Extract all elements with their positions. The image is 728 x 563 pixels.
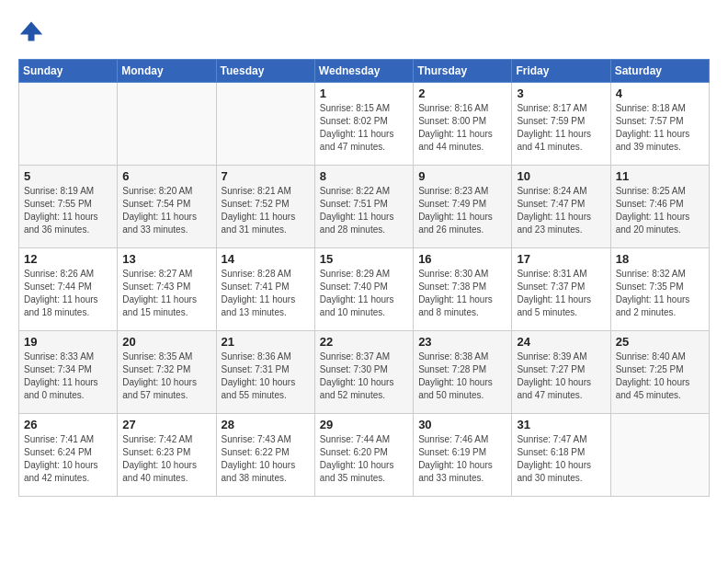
day-info: Sunrise: 8:20 AMSunset: 7:54 PMDaylight:… [122, 186, 197, 235]
day-number: 16 [418, 252, 506, 266]
calendar-cell: 4 Sunrise: 8:18 AMSunset: 7:57 PMDayligh… [610, 83, 709, 166]
day-number: 26 [24, 418, 112, 431]
calendar-cell: 8 Sunrise: 8:22 AMSunset: 7:51 PMDayligh… [314, 166, 413, 248]
calendar-cell: 7 Sunrise: 8:21 AMSunset: 7:52 PMDayligh… [216, 166, 314, 248]
day-number: 20 [122, 335, 210, 349]
day-info: Sunrise: 8:17 AMSunset: 7:59 PMDaylight:… [517, 103, 591, 152]
calendar-cell: 27 Sunrise: 7:42 AMSunset: 6:23 PMDaylig… [118, 414, 216, 497]
day-info: Sunrise: 8:23 AMSunset: 7:49 PMDaylight:… [418, 186, 493, 235]
day-info: Sunrise: 8:35 AMSunset: 7:32 PMDaylight:… [122, 351, 197, 400]
weekday-row: SundayMondayTuesdayWednesdayThursdayFrid… [19, 60, 710, 83]
calendar-cell: 24 Sunrise: 8:39 AMSunset: 7:27 PMDaylig… [512, 331, 610, 414]
day-number: 24 [517, 335, 605, 349]
calendar-header: SundayMondayTuesdayWednesdayThursdayFrid… [19, 60, 710, 83]
day-info: Sunrise: 8:26 AMSunset: 7:44 PMDaylight:… [24, 269, 98, 317]
calendar-cell: 3 Sunrise: 8:17 AMSunset: 7:59 PMDayligh… [512, 83, 610, 166]
day-info: Sunrise: 8:37 AMSunset: 7:30 PMDaylight:… [320, 351, 394, 400]
day-info: Sunrise: 7:44 AMSunset: 6:20 PMDaylight:… [320, 434, 394, 483]
day-number: 11 [616, 169, 704, 183]
day-number: 9 [418, 169, 506, 183]
calendar-cell: 10 Sunrise: 8:24 AMSunset: 7:47 PMDaylig… [512, 166, 610, 248]
page-header [18, 18, 710, 44]
calendar-cell: 30 Sunrise: 7:46 AMSunset: 6:19 PMDaylig… [414, 414, 512, 497]
day-info: Sunrise: 8:36 AMSunset: 7:31 PMDaylight:… [222, 351, 296, 400]
calendar-cell: 17 Sunrise: 8:31 AMSunset: 7:37 PMDaylig… [512, 248, 610, 331]
day-info: Sunrise: 7:41 AMSunset: 6:24 PMDaylight:… [24, 434, 98, 483]
calendar-cell: 18 Sunrise: 8:32 AMSunset: 7:35 PMDaylig… [610, 248, 709, 331]
calendar-cell: 23 Sunrise: 8:38 AMSunset: 7:28 PMDaylig… [414, 331, 512, 414]
calendar-cell: 19 Sunrise: 8:33 AMSunset: 7:34 PMDaylig… [19, 331, 118, 414]
day-info: Sunrise: 8:33 AMSunset: 7:34 PMDaylight:… [24, 351, 98, 400]
day-number: 4 [616, 86, 704, 100]
calendar-cell: 26 Sunrise: 7:41 AMSunset: 6:24 PMDaylig… [19, 414, 118, 497]
calendar-week-row: 1 Sunrise: 8:15 AMSunset: 8:02 PMDayligh… [19, 83, 710, 166]
day-info: Sunrise: 8:30 AMSunset: 7:38 PMDaylight:… [418, 269, 493, 317]
calendar-week-row: 12 Sunrise: 8:26 AMSunset: 7:44 PMDaylig… [19, 248, 710, 331]
calendar-cell [19, 83, 118, 166]
logo [18, 18, 48, 44]
day-number: 21 [222, 335, 310, 349]
day-number: 31 [517, 418, 605, 431]
day-number: 5 [24, 169, 112, 183]
day-info: Sunrise: 8:29 AMSunset: 7:40 PMDaylight:… [320, 269, 394, 317]
calendar-table: SundayMondayTuesdayWednesdayThursdayFrid… [18, 59, 710, 497]
day-info: Sunrise: 8:27 AMSunset: 7:43 PMDaylight:… [122, 269, 197, 317]
calendar-cell [118, 83, 216, 166]
day-info: Sunrise: 8:39 AMSunset: 7:27 PMDaylight:… [517, 351, 591, 400]
calendar-cell: 15 Sunrise: 8:29 AMSunset: 7:40 PMDaylig… [314, 248, 413, 331]
day-info: Sunrise: 8:24 AMSunset: 7:47 PMDaylight:… [517, 186, 591, 235]
day-number: 25 [616, 335, 704, 349]
calendar-week-row: 5 Sunrise: 8:19 AMSunset: 7:55 PMDayligh… [19, 166, 710, 248]
day-number: 2 [418, 86, 506, 100]
calendar-cell: 6 Sunrise: 8:20 AMSunset: 7:54 PMDayligh… [118, 166, 216, 248]
calendar-body: 1 Sunrise: 8:15 AMSunset: 8:02 PMDayligh… [19, 83, 710, 497]
weekday-header: Friday [512, 60, 610, 83]
day-number: 15 [320, 252, 408, 266]
day-info: Sunrise: 8:31 AMSunset: 7:37 PMDaylight:… [517, 269, 591, 317]
calendar-cell: 9 Sunrise: 8:23 AMSunset: 7:49 PMDayligh… [414, 166, 512, 248]
calendar-cell: 20 Sunrise: 8:35 AMSunset: 7:32 PMDaylig… [118, 331, 216, 414]
day-info: Sunrise: 8:16 AMSunset: 8:00 PMDaylight:… [418, 103, 493, 152]
day-info: Sunrise: 8:18 AMSunset: 7:57 PMDaylight:… [616, 103, 690, 152]
calendar-cell: 25 Sunrise: 8:40 AMSunset: 7:25 PMDaylig… [610, 331, 709, 414]
day-number: 30 [418, 418, 506, 431]
calendar-week-row: 19 Sunrise: 8:33 AMSunset: 7:34 PMDaylig… [19, 331, 710, 414]
day-number: 12 [24, 252, 112, 266]
day-info: Sunrise: 8:40 AMSunset: 7:25 PMDaylight:… [616, 351, 690, 400]
day-number: 13 [122, 252, 210, 266]
weekday-header: Sunday [19, 60, 118, 83]
calendar-cell: 5 Sunrise: 8:19 AMSunset: 7:55 PMDayligh… [19, 166, 118, 248]
day-info: Sunrise: 7:47 AMSunset: 6:18 PMDaylight:… [517, 434, 591, 483]
day-number: 17 [517, 252, 605, 266]
calendar-cell: 21 Sunrise: 8:36 AMSunset: 7:31 PMDaylig… [216, 331, 314, 414]
calendar-cell [610, 414, 709, 497]
day-number: 23 [418, 335, 506, 349]
calendar-cell: 14 Sunrise: 8:28 AMSunset: 7:41 PMDaylig… [216, 248, 314, 331]
day-number: 1 [320, 86, 408, 100]
weekday-header: Thursday [414, 60, 512, 83]
weekday-header: Saturday [610, 60, 709, 83]
calendar-cell: 31 Sunrise: 7:47 AMSunset: 6:18 PMDaylig… [512, 414, 610, 497]
day-number: 28 [222, 418, 310, 431]
day-number: 18 [616, 252, 704, 266]
svg-marker-0 [20, 22, 43, 41]
calendar-cell [216, 83, 314, 166]
day-info: Sunrise: 7:43 AMSunset: 6:22 PMDaylight:… [222, 434, 296, 483]
logo-icon [18, 18, 44, 44]
day-number: 22 [320, 335, 408, 349]
day-info: Sunrise: 7:46 AMSunset: 6:19 PMDaylight:… [418, 434, 493, 483]
calendar-cell: 16 Sunrise: 8:30 AMSunset: 7:38 PMDaylig… [414, 248, 512, 331]
day-info: Sunrise: 8:28 AMSunset: 7:41 PMDaylight:… [222, 269, 296, 317]
day-number: 10 [517, 169, 605, 183]
day-number: 19 [24, 335, 112, 349]
day-number: 29 [320, 418, 408, 431]
calendar-cell: 2 Sunrise: 8:16 AMSunset: 8:00 PMDayligh… [414, 83, 512, 166]
calendar-cell: 13 Sunrise: 8:27 AMSunset: 7:43 PMDaylig… [118, 248, 216, 331]
calendar-week-row: 26 Sunrise: 7:41 AMSunset: 6:24 PMDaylig… [19, 414, 710, 497]
day-number: 8 [320, 169, 408, 183]
calendar-cell: 28 Sunrise: 7:43 AMSunset: 6:22 PMDaylig… [216, 414, 314, 497]
day-number: 3 [517, 86, 605, 100]
day-info: Sunrise: 8:38 AMSunset: 7:28 PMDaylight:… [418, 351, 493, 400]
calendar-cell: 29 Sunrise: 7:44 AMSunset: 6:20 PMDaylig… [314, 414, 413, 497]
day-number: 6 [122, 169, 210, 183]
